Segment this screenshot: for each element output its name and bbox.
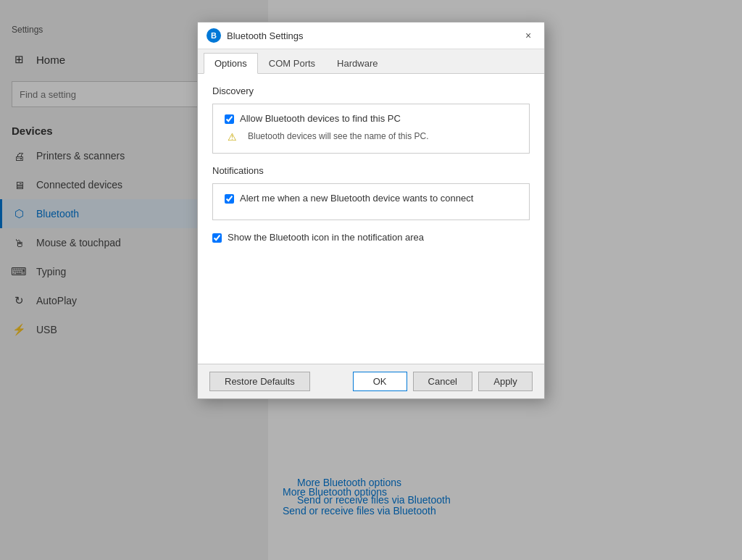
show-icon-label: Show the Bluetooth icon in the notificat… [228,232,424,243]
restore-defaults-button[interactable]: Restore Defaults [209,372,310,391]
dialog-title: Bluetooth Settings [227,30,521,41]
warning-row: ⚠ Bluetooth devices will see the name of… [225,131,517,144]
cancel-button[interactable]: Cancel [413,372,472,391]
alert-checkbox-row: Alert me when a new Bluetooth device wan… [225,193,517,204]
alert-checkbox[interactable] [225,194,234,204]
discovery-section-box: Allow Bluetooth devices to find this PC … [212,104,530,154]
dialog-close-button[interactable]: × [521,28,535,43]
dialog-action-buttons: OK Cancel Apply [353,372,533,391]
discovery-header: Discovery [212,85,530,96]
apply-button[interactable]: Apply [478,372,533,391]
bluetooth-settings-dialog: B Bluetooth Settings × Options COM Ports… [197,22,545,399]
tab-com-ports[interactable]: COM Ports [258,53,326,74]
show-icon-checkbox-row: Show the Bluetooth icon in the notificat… [212,232,530,243]
dialog-tabs: Options COM Ports Hardware [198,49,544,74]
notifications-header: Notifications [212,165,530,176]
notifications-section-box: Alert me when a new Bluetooth device wan… [212,183,530,220]
allow-checkbox-row: Allow Bluetooth devices to find this PC [225,113,517,124]
warning-icon: ⚠ [228,131,241,144]
warning-text: Bluetooth devices will see the name of t… [248,131,428,141]
dialog-body: Discovery Allow Bluetooth devices to fin… [198,74,544,364]
tab-options[interactable]: Options [204,53,258,74]
tab-hardware[interactable]: Hardware [326,53,388,74]
allow-bluetooth-label: Allow Bluetooth devices to find this PC [240,113,401,124]
ok-button[interactable]: OK [353,372,407,391]
show-icon-checkbox[interactable] [212,233,222,243]
allow-bluetooth-checkbox[interactable] [225,114,234,124]
dialog-titlebar: B Bluetooth Settings × [198,22,544,49]
bluetooth-dialog-icon: B [207,28,221,43]
modal-overlay: B Bluetooth Settings × Options COM Ports… [0,0,742,560]
alert-label: Alert me when a new Bluetooth device wan… [240,193,473,204]
dialog-footer: Restore Defaults OK Cancel Apply [198,364,544,398]
